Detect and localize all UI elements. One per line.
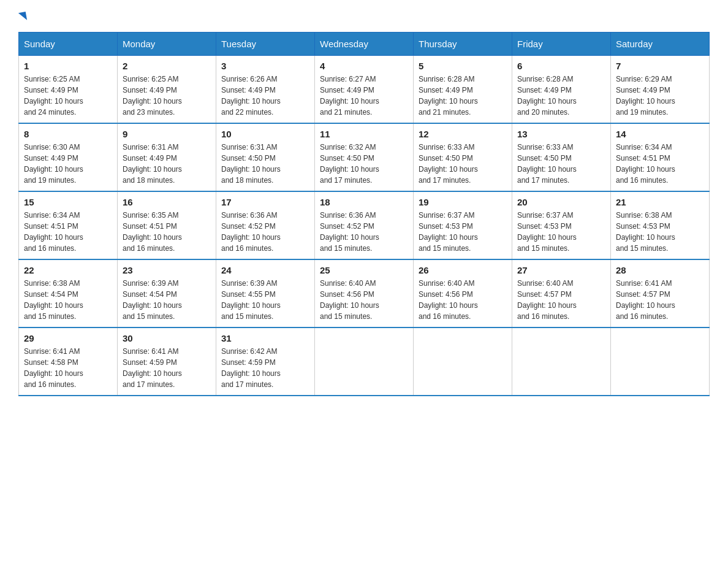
day-info: Sunrise: 6:33 AM Sunset: 4:50 PM Dayligh…: [517, 142, 605, 186]
day-info: Sunrise: 6:26 AM Sunset: 4:49 PM Dayligh…: [221, 74, 309, 118]
day-info: Sunrise: 6:29 AM Sunset: 4:49 PM Dayligh…: [616, 74, 704, 118]
day-cell: 1 Sunrise: 6:25 AM Sunset: 4:49 PM Dayli…: [19, 56, 118, 124]
day-cell: 12 Sunrise: 6:33 AM Sunset: 4:50 PM Dayl…: [414, 123, 512, 191]
calendar-body: 1 Sunrise: 6:25 AM Sunset: 4:49 PM Dayli…: [19, 56, 710, 396]
day-cell: 13 Sunrise: 6:33 AM Sunset: 4:50 PM Dayl…: [512, 123, 611, 191]
day-number: 17: [221, 197, 309, 207]
header-row: SundayMondayTuesdayWednesdayThursdayFrid…: [19, 33, 710, 56]
day-number: 6: [517, 61, 605, 71]
day-info: Sunrise: 6:40 AM Sunset: 4:56 PM Dayligh…: [419, 278, 507, 322]
week-row-3: 15 Sunrise: 6:34 AM Sunset: 4:51 PM Dayl…: [19, 191, 710, 259]
day-cell: 18 Sunrise: 6:36 AM Sunset: 4:52 PM Dayl…: [315, 191, 414, 259]
calendar-header: SundayMondayTuesdayWednesdayThursdayFrid…: [19, 33, 710, 56]
day-info: Sunrise: 6:25 AM Sunset: 4:49 PM Dayligh…: [24, 74, 112, 118]
day-cell: 19 Sunrise: 6:37 AM Sunset: 4:53 PM Dayl…: [414, 191, 512, 259]
day-cell: 28 Sunrise: 6:41 AM Sunset: 4:57 PM Dayl…: [611, 259, 710, 327]
day-number: 25: [320, 265, 408, 275]
day-info: Sunrise: 6:34 AM Sunset: 4:51 PM Dayligh…: [24, 210, 112, 254]
week-row-4: 22 Sunrise: 6:38 AM Sunset: 4:54 PM Dayl…: [19, 259, 710, 327]
day-number: 26: [419, 265, 507, 275]
day-cell: 2 Sunrise: 6:25 AM Sunset: 4:49 PM Dayli…: [118, 56, 216, 124]
day-cell: 16 Sunrise: 6:35 AM Sunset: 4:51 PM Dayl…: [118, 191, 216, 259]
day-number: 7: [616, 61, 704, 71]
day-info: Sunrise: 6:30 AM Sunset: 4:49 PM Dayligh…: [24, 142, 112, 186]
day-info: Sunrise: 6:36 AM Sunset: 4:52 PM Dayligh…: [221, 210, 309, 254]
day-cell: 26 Sunrise: 6:40 AM Sunset: 4:56 PM Dayl…: [414, 259, 512, 327]
week-row-2: 8 Sunrise: 6:30 AM Sunset: 4:49 PM Dayli…: [19, 123, 710, 191]
day-info: Sunrise: 6:27 AM Sunset: 4:49 PM Dayligh…: [320, 74, 408, 118]
day-number: 24: [221, 265, 309, 275]
day-cell: 25 Sunrise: 6:40 AM Sunset: 4:56 PM Dayl…: [315, 259, 414, 327]
day-number: 2: [123, 61, 211, 71]
day-info: Sunrise: 6:37 AM Sunset: 4:53 PM Dayligh…: [419, 210, 507, 254]
day-number: 13: [517, 129, 605, 139]
day-number: 19: [419, 197, 507, 207]
day-number: 4: [320, 61, 408, 71]
day-number: 8: [24, 129, 112, 139]
day-cell: 14 Sunrise: 6:34 AM Sunset: 4:51 PM Dayl…: [611, 123, 710, 191]
day-cell: 3 Sunrise: 6:26 AM Sunset: 4:49 PM Dayli…: [216, 56, 315, 124]
day-cell: 8 Sunrise: 6:30 AM Sunset: 4:49 PM Dayli…: [19, 123, 118, 191]
header-day-sunday: Sunday: [19, 33, 118, 56]
day-cell: 20 Sunrise: 6:37 AM Sunset: 4:53 PM Dayl…: [512, 191, 611, 259]
day-cell: 11 Sunrise: 6:32 AM Sunset: 4:50 PM Dayl…: [315, 123, 414, 191]
day-cell: 7 Sunrise: 6:29 AM Sunset: 4:49 PM Dayli…: [611, 56, 710, 124]
day-number: 9: [123, 129, 211, 139]
day-number: 14: [616, 129, 704, 139]
day-info: Sunrise: 6:36 AM Sunset: 4:52 PM Dayligh…: [320, 210, 408, 254]
day-cell: [512, 327, 611, 396]
day-info: Sunrise: 6:34 AM Sunset: 4:51 PM Dayligh…: [616, 142, 704, 186]
day-number: 1: [24, 61, 112, 71]
day-number: 11: [320, 129, 408, 139]
day-info: Sunrise: 6:31 AM Sunset: 4:49 PM Dayligh…: [123, 142, 211, 186]
week-row-5: 29 Sunrise: 6:41 AM Sunset: 4:58 PM Dayl…: [19, 327, 710, 396]
day-info: Sunrise: 6:28 AM Sunset: 4:49 PM Dayligh…: [517, 74, 605, 118]
day-cell: 6 Sunrise: 6:28 AM Sunset: 4:49 PM Dayli…: [512, 56, 611, 124]
day-cell: 5 Sunrise: 6:28 AM Sunset: 4:49 PM Dayli…: [414, 56, 512, 124]
week-row-1: 1 Sunrise: 6:25 AM Sunset: 4:49 PM Dayli…: [19, 56, 710, 124]
header-day-tuesday: Tuesday: [216, 33, 315, 56]
page-header: [18, 12, 710, 21]
day-cell: 22 Sunrise: 6:38 AM Sunset: 4:54 PM Dayl…: [19, 259, 118, 327]
day-info: Sunrise: 6:25 AM Sunset: 4:49 PM Dayligh…: [123, 74, 211, 118]
day-cell: 15 Sunrise: 6:34 AM Sunset: 4:51 PM Dayl…: [19, 191, 118, 259]
day-info: Sunrise: 6:41 AM Sunset: 4:59 PM Dayligh…: [123, 346, 211, 390]
day-number: 31: [221, 333, 309, 343]
day-number: 22: [24, 265, 112, 275]
day-info: Sunrise: 6:41 AM Sunset: 4:58 PM Dayligh…: [24, 346, 112, 390]
day-info: Sunrise: 6:32 AM Sunset: 4:50 PM Dayligh…: [320, 142, 408, 186]
day-cell: 30 Sunrise: 6:41 AM Sunset: 4:59 PM Dayl…: [118, 327, 216, 396]
day-number: 21: [616, 197, 704, 207]
day-number: 23: [123, 265, 211, 275]
header-day-saturday: Saturday: [611, 33, 710, 56]
day-number: 30: [123, 333, 211, 343]
day-cell: 21 Sunrise: 6:38 AM Sunset: 4:53 PM Dayl…: [611, 191, 710, 259]
day-number: 15: [24, 197, 112, 207]
day-number: 28: [616, 265, 704, 275]
header-day-wednesday: Wednesday: [315, 33, 414, 56]
day-info: Sunrise: 6:35 AM Sunset: 4:51 PM Dayligh…: [123, 210, 211, 254]
day-number: 16: [123, 197, 211, 207]
day-number: 27: [517, 265, 605, 275]
day-info: Sunrise: 6:33 AM Sunset: 4:50 PM Dayligh…: [419, 142, 507, 186]
day-info: Sunrise: 6:38 AM Sunset: 4:54 PM Dayligh…: [24, 278, 112, 322]
day-number: 3: [221, 61, 309, 71]
calendar-table: SundayMondayTuesdayWednesdayThursdayFrid…: [18, 32, 710, 396]
day-cell: 9 Sunrise: 6:31 AM Sunset: 4:49 PM Dayli…: [118, 123, 216, 191]
logo-arrow-icon: [18, 12, 27, 21]
header-day-thursday: Thursday: [414, 33, 512, 56]
day-cell: 24 Sunrise: 6:39 AM Sunset: 4:55 PM Dayl…: [216, 259, 315, 327]
day-info: Sunrise: 6:39 AM Sunset: 4:54 PM Dayligh…: [123, 278, 211, 322]
day-number: 10: [221, 129, 309, 139]
day-cell: [611, 327, 710, 396]
day-cell: 17 Sunrise: 6:36 AM Sunset: 4:52 PM Dayl…: [216, 191, 315, 259]
day-cell: 29 Sunrise: 6:41 AM Sunset: 4:58 PM Dayl…: [19, 327, 118, 396]
day-cell: 23 Sunrise: 6:39 AM Sunset: 4:54 PM Dayl…: [118, 259, 216, 327]
day-cell: 10 Sunrise: 6:31 AM Sunset: 4:50 PM Dayl…: [216, 123, 315, 191]
day-info: Sunrise: 6:42 AM Sunset: 4:59 PM Dayligh…: [221, 346, 309, 390]
day-cell: [414, 327, 512, 396]
header-day-monday: Monday: [118, 33, 216, 56]
day-info: Sunrise: 6:28 AM Sunset: 4:49 PM Dayligh…: [419, 74, 507, 118]
day-number: 20: [517, 197, 605, 207]
day-info: Sunrise: 6:37 AM Sunset: 4:53 PM Dayligh…: [517, 210, 605, 254]
